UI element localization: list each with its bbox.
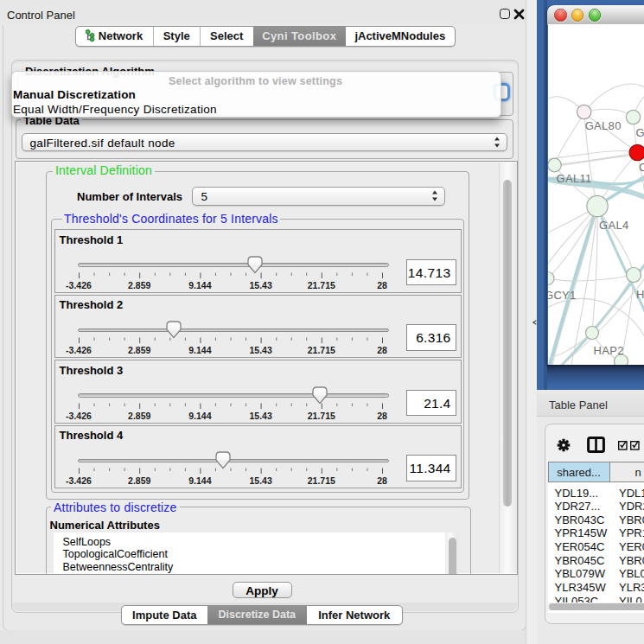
svg-text:CY: CY: [639, 161, 644, 174]
svg-text:GAL80: GAL80: [584, 119, 621, 132]
svg-text:GA: GA: [635, 126, 644, 139]
svg-text:GAL11: GAL11: [556, 172, 591, 185]
svg-text:HAP2: HAP2: [593, 344, 623, 357]
svg-text:GAL4: GAL4: [599, 219, 628, 232]
svg-text:GCY1: GCY1: [548, 289, 577, 302]
svg-text:H: H: [636, 288, 644, 301]
